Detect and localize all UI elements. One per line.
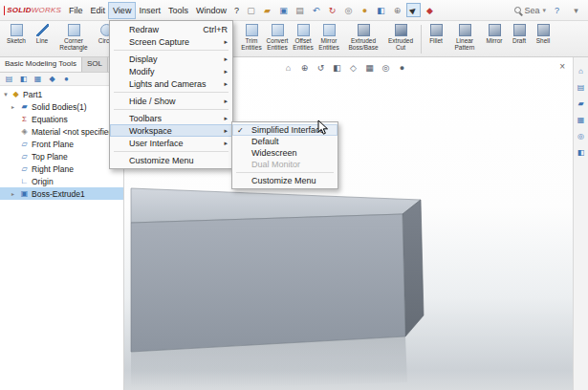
tab-solidworks[interactable]: SOL [82, 57, 108, 72]
extruded-boss-base-button[interactable]: Extruded Boss/Base [344, 22, 382, 56]
menu-item-widescreen[interactable]: Widescreen [232, 147, 338, 159]
sketch-icon [11, 24, 23, 36]
menu-item-customize-menu[interactable]: Customize Menu [110, 154, 232, 166]
slab-front-face[interactable] [131, 214, 405, 352]
displaymanager-tab-icon[interactable]: ● [60, 74, 73, 85]
appearance-icon[interactable]: ● [396, 61, 408, 74]
menu-separator [114, 109, 229, 110]
offset-entities-button[interactable]: Offset Entities [291, 22, 316, 56]
slab-end-face[interactable] [403, 200, 424, 336]
menu-item-user-interface[interactable]: User Interface ▸ [110, 137, 232, 149]
close-icon[interactable]: × [559, 62, 565, 72]
menu-item-redraw[interactable]: Redraw Ctrl+R [110, 23, 232, 35]
button-label: Trim Entities [240, 37, 263, 51]
menu-item-lights-and-cameras[interactable]: Lights and Cameras ▸ [110, 77, 232, 90]
menu-item-workspace[interactable]: Workspace ▸ [110, 124, 232, 137]
button-label: Mirror Entities [317, 37, 340, 51]
file-explorer-icon[interactable]: ▰ [576, 98, 587, 109]
menu-item-customize-menu[interactable]: Customize Menu [232, 175, 338, 186]
custom-properties-icon[interactable]: ◧ [576, 146, 587, 158]
button-label: Fillet [429, 37, 443, 44]
extruded-cut-button[interactable]: Extruded Cut [383, 22, 418, 56]
tree-item-origin[interactable]: ∟ Origin [0, 175, 123, 187]
tree-item-right-plane[interactable]: ▱ Right Plane [0, 162, 123, 175]
options-icon[interactable]: ◎ [341, 3, 356, 17]
expander-icon[interactable]: ▸ [11, 190, 17, 197]
draft-button[interactable]: Draft [508, 22, 531, 56]
select-tool-icon[interactable]: ▶ [406, 3, 421, 17]
rectangle-icon [68, 24, 80, 36]
menu-item-toolbars[interactable]: Toolbars ▸ [110, 112, 232, 124]
tab-basic-modeling-tools[interactable]: Basic Modeling Tools [0, 57, 82, 72]
edit-appearance-icon[interactable]: ● [358, 3, 372, 17]
tree-item-front-plane[interactable]: ▱ Front Plane [0, 138, 123, 150]
save-icon[interactable]: ▣ [276, 3, 291, 17]
menu-item-display[interactable]: Display ▸ [110, 53, 232, 65]
sketch-button[interactable]: Sketch [2, 22, 31, 56]
previous-view-icon[interactable]: ↺ [315, 61, 327, 74]
new-document-icon[interactable]: ▢ [244, 3, 258, 17]
zoom-fit-icon[interactable]: ⌂ [282, 61, 294, 74]
menu-edit[interactable]: Edit [87, 3, 110, 18]
menu-item-default[interactable]: Default [232, 136, 338, 147]
tree-item-part1[interactable]: ▼ ◆ Part1 [0, 88, 123, 100]
configurationmanager-tab-icon[interactable]: ▦ [32, 74, 44, 85]
open-document-icon[interactable]: ▰ [260, 3, 274, 17]
mirror-entities-button[interactable]: Mirror Entities [316, 22, 341, 56]
menu-window[interactable]: Window [192, 3, 230, 18]
shell-button[interactable]: Shell [532, 22, 555, 56]
tree-item-equations[interactable]: Σ Equations [0, 113, 123, 125]
tree-item-solid-bodies[interactable]: ▸ ▰ Solid Bodies(1) [0, 100, 123, 113]
line-button[interactable]: Line [32, 22, 53, 56]
rebuild-icon[interactable]: ↻ [325, 3, 339, 17]
expander-icon[interactable]: ▼ [3, 92, 9, 98]
menu-file[interactable]: File [65, 3, 87, 18]
logo-works: WORKS [32, 6, 61, 14]
zoom-area-icon[interactable]: ⊕ [298, 61, 311, 74]
menu-help[interactable]: ? [230, 3, 243, 18]
view-palette-icon[interactable]: ▦ [576, 114, 587, 125]
collapse-chevron-icon[interactable]: ▾ [569, 3, 583, 17]
menu-view[interactable]: View [109, 3, 135, 18]
convert-entities-button[interactable]: Convert Entities [265, 22, 290, 56]
tree-item-material[interactable]: ◈ Material <not specified> [0, 125, 123, 138]
view-orientation-icon[interactable]: ◇ [347, 61, 359, 74]
design-library-icon[interactable]: ▤ [576, 81, 587, 93]
trim-entities-button[interactable]: Trim Entities [239, 22, 264, 56]
offset-entities-icon [297, 24, 310, 36]
group-divider [421, 25, 422, 54]
featuremanager-tab-icon[interactable]: ▤ [3, 74, 15, 85]
section-view-icon[interactable]: ◧ [374, 3, 388, 17]
annotations-icon[interactable]: ◆ [423, 3, 437, 17]
menu-item-modify[interactable]: Modify ▸ [110, 65, 232, 77]
menu-item-dual-monitor: Dual Monitor [232, 159, 338, 170]
expander-icon[interactable]: ▸ [11, 103, 17, 110]
menu-item-screen-capture[interactable]: Screen Capture ▸ [110, 35, 232, 48]
search-commands[interactable]: Sea ▾ [514, 6, 546, 15]
print-icon[interactable]: ▤ [293, 3, 307, 17]
features-group: Extruded Boss/Base Extruded Cut Fillet L… [344, 22, 555, 56]
appearances-icon[interactable]: ◎ [576, 130, 587, 141]
menu-item-hide-show[interactable]: Hide / Show ▸ [110, 95, 232, 107]
tree-item-boss-extrude1[interactable]: ▸ ▣ Boss-Extrude1 [0, 187, 123, 200]
menu-tools[interactable]: Tools [164, 3, 192, 18]
help-icon[interactable]: ? [550, 3, 564, 17]
tree-item-label: Top Plane [32, 152, 68, 162]
corner-rectangle-button[interactable]: Corner Rectangle [54, 22, 94, 56]
mirror-button[interactable]: Mirror [482, 22, 507, 56]
undo-icon[interactable]: ↶ [309, 3, 323, 17]
display-style-icon[interactable]: ▦ [363, 61, 376, 74]
propertymanager-tab-icon[interactable]: ◧ [17, 74, 30, 85]
menu-item-label: User Interface [129, 139, 184, 148]
resources-icon[interactable]: ⌂ [576, 65, 587, 76]
section-view-icon[interactable]: ◧ [331, 61, 343, 74]
hide-items-icon[interactable]: ◎ [380, 61, 392, 74]
dimxpert-tab-icon[interactable]: ◆ [46, 74, 58, 85]
tree-item-top-plane[interactable]: ▱ Top Plane [0, 150, 123, 162]
equations-icon: Σ [20, 115, 29, 123]
fillet-button[interactable]: Fillet [425, 22, 447, 56]
button-label: Offset Entities [292, 37, 315, 51]
linear-pattern-button[interactable]: Linear Pattern [448, 22, 481, 56]
menu-insert[interactable]: Insert [135, 3, 164, 18]
measure-icon[interactable]: ⊕ [390, 3, 404, 17]
